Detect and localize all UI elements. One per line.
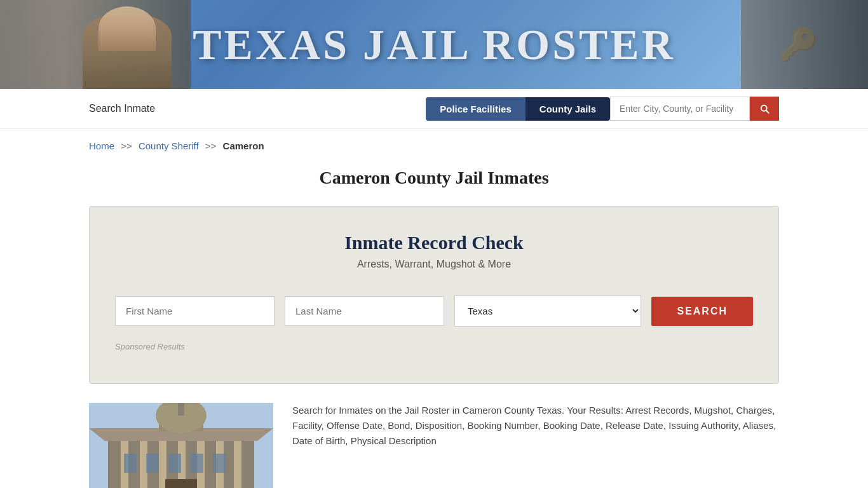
facility-search-button[interactable]	[750, 97, 779, 121]
search-icon	[759, 103, 770, 114]
svg-rect-12	[178, 403, 184, 416]
header-banner: 🔑 Texas Jail Roster	[0, 0, 868, 89]
svg-rect-17	[213, 454, 226, 473]
navbar: Search Inmate Police Facilities County J…	[0, 89, 868, 129]
breadcrumb-current: Cameron	[223, 140, 264, 151]
sponsored-results-label: Sponsored Results	[115, 342, 753, 351]
svg-rect-15	[168, 454, 181, 473]
building-image	[89, 403, 273, 488]
breadcrumb-separator-2: >>	[205, 140, 217, 151]
record-check-box: Inmate Record Check Arrests, Warrant, Mu…	[89, 206, 779, 384]
record-check-form: Texas Alabama Alaska Arizona Arkansas Ca…	[115, 295, 753, 327]
page-title: Cameron County Jail Inmates	[0, 168, 868, 188]
capitol-dome-shape	[98, 6, 156, 51]
inmate-search-button[interactable]: SEARCH	[651, 297, 753, 326]
state-select[interactable]: Texas Alabama Alaska Arizona Arkansas Ca…	[454, 295, 641, 327]
bottom-section: Search for Inmates on the Jail Roster in…	[0, 403, 868, 488]
description-text: Search for Inmates on the Jail Roster in…	[292, 403, 779, 449]
nav-controls: Police Facilities County Jails	[426, 97, 779, 121]
svg-rect-13	[124, 454, 137, 473]
svg-rect-8	[234, 435, 241, 488]
banner-right-decoration	[741, 0, 868, 89]
site-title: Texas Jail Roster	[193, 20, 675, 70]
county-jails-button[interactable]: County Jails	[526, 97, 610, 121]
breadcrumb-separator-1: >>	[121, 140, 132, 151]
last-name-input[interactable]	[285, 296, 444, 326]
record-check-subtitle: Arrests, Warrant, Mugshot & More	[115, 259, 753, 270]
police-facilities-button[interactable]: Police Facilities	[426, 97, 526, 121]
svg-rect-18	[165, 479, 197, 488]
breadcrumb-home[interactable]: Home	[89, 140, 114, 151]
breadcrumb: Home >> County Sheriff >> Cameron	[0, 129, 868, 156]
facility-search-input[interactable]	[610, 97, 750, 121]
search-inmate-label: Search Inmate	[89, 103, 155, 114]
breadcrumb-county-sheriff[interactable]: County Sheriff	[139, 140, 199, 151]
courthouse-illustration	[89, 403, 273, 488]
record-check-title: Inmate Record Check	[115, 232, 753, 254]
page-title-section: Cameron County Jail Inmates	[0, 156, 868, 206]
svg-rect-14	[146, 454, 159, 473]
first-name-input[interactable]	[115, 296, 275, 326]
svg-rect-16	[191, 454, 203, 473]
